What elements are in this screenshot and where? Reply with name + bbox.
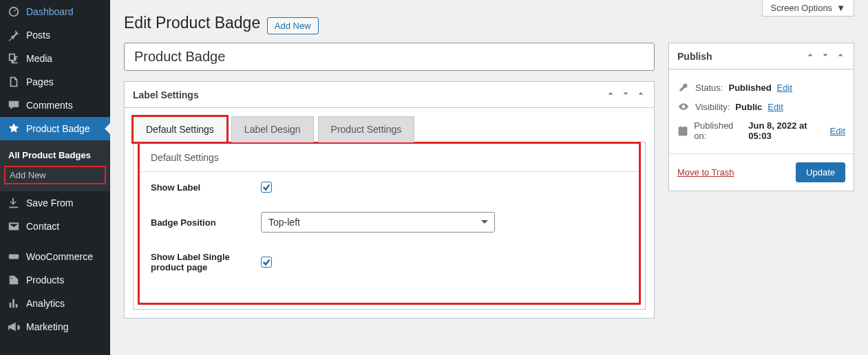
badge-position-select[interactable] [261,212,495,233]
badge-position-label: Badge Position [151,217,247,228]
comment-icon [7,99,21,111]
calendar-icon [677,125,688,136]
post-title-input[interactable] [124,43,655,71]
sidebar-item-comments[interactable]: Comments [0,94,110,117]
label-settings-metabox: Label Settings Default Settings Label De… [124,81,655,319]
sidebar-item-label: Contact [26,221,59,232]
product-icon [7,274,21,286]
add-new-button[interactable]: Add New [267,17,319,34]
page-icon [7,76,21,88]
publish-title: Publish [677,51,712,62]
sidebar-item-analytics[interactable]: Analytics [0,292,110,315]
sidebar-item-dashboard[interactable]: Dashboard [0,0,110,23]
metabox-toggle-icon[interactable] [636,89,646,100]
sidebar-item-label: Marketing [26,321,68,332]
sidebar-item-save-from[interactable]: Save From [0,191,110,215]
show-label-label: Show Label [151,182,247,193]
move-to-trash-link[interactable]: Move to Trash [677,167,734,178]
metabox-title: Label Settings [133,89,199,100]
submenu-all-badges[interactable]: All Product Badges [0,146,110,164]
chevron-down-icon: ▼ [836,3,845,13]
show-label-single-label: Show Label Single product page [151,252,247,272]
sidebar-item-label: Posts [26,30,50,41]
sidebar-item-label: WooCommerce [26,251,93,262]
submenu-add-new[interactable]: Add New [4,166,106,184]
sidebar-item-contact[interactable]: Contact [0,215,110,238]
update-button[interactable]: Update [796,162,845,182]
woo-icon [7,250,21,263]
sidebar-item-label: Analytics [26,298,65,309]
publish-up-icon[interactable] [805,50,815,62]
sidebar-item-label: Pages [26,76,54,87]
main-content: Screen Options▼ Edit Product Badge Add N… [110,0,868,355]
pin-icon [7,29,21,41]
date-value: Jun 8, 2022 at 05:03 [748,120,824,141]
publish-toggle-icon[interactable] [836,50,845,62]
status-value: Published [728,83,771,93]
screen-options-button[interactable]: Screen Options▼ [762,0,854,17]
sidebar-item-woocommerce[interactable]: WooCommerce [0,245,110,268]
admin-sidebar: Dashboard Posts Media Pages Comments Pro… [0,0,110,355]
sidebar-item-label: Dashboard [26,6,74,17]
tab-label-design[interactable]: Label Design [231,116,314,142]
metabox-up-icon[interactable] [606,89,615,100]
sidebar-item-label: Save From [26,197,73,208]
show-label-checkbox[interactable] [261,182,272,193]
dashboard-icon [7,6,21,18]
edit-visibility-link[interactable]: Edit [768,102,783,112]
sidebar-item-posts[interactable]: Posts [0,23,110,47]
sidebar-item-products[interactable]: Products [0,268,110,292]
key-icon [677,82,690,93]
panel-heading: Default Settings [140,144,639,172]
tab-product-settings[interactable]: Product Settings [318,116,415,142]
metabox-down-icon[interactable] [621,89,631,100]
chart-icon [7,297,21,310]
sidebar-item-label: Products [26,275,64,286]
publish-metabox: Publish Status: Published Edit [668,43,854,191]
sidebar-item-label: Product Badge [26,123,90,134]
page-title: Edit Product Badge [124,14,260,32]
sidebar-item-media[interactable]: Media [0,47,110,70]
download-icon [7,197,21,209]
eye-icon [677,101,690,112]
visibility-value: Public [735,102,762,112]
sidebar-item-product-badge[interactable]: Product Badge [0,117,110,140]
sidebar-item-pages[interactable]: Pages [0,70,110,94]
mail-icon [7,220,21,233]
megaphone-icon [7,321,21,333]
edit-date-link[interactable]: Edit [830,126,845,136]
sidebar-submenu: All Product Badges Add New [0,140,110,191]
show-label-single-checkbox[interactable] [261,257,272,268]
sidebar-item-marketing[interactable]: Marketing [0,315,110,338]
svg-rect-0 [9,254,19,259]
edit-status-link[interactable]: Edit [777,83,792,93]
publish-down-icon[interactable] [821,50,830,62]
tab-default-settings[interactable]: Default Settings [133,116,227,142]
sidebar-item-label: Comments [26,100,73,111]
badge-icon [7,122,21,135]
media-icon [7,52,21,65]
sidebar-item-label: Media [26,53,52,64]
